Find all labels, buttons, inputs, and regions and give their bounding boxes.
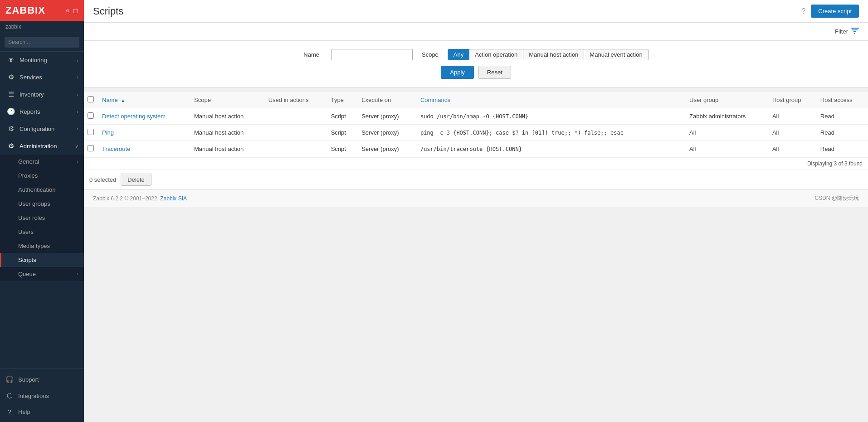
row-execute-on: Server (proxy) xyxy=(357,108,416,125)
submenu-item-authentication[interactable]: Authentication xyxy=(0,183,84,197)
sidebar-item-administration[interactable]: ⚙ Administration ∨ xyxy=(0,137,84,155)
row-used-in-actions xyxy=(264,141,327,157)
display-count-text: Displaying 3 of 3 found xyxy=(807,160,863,167)
company-link[interactable]: Zabbix SIA xyxy=(160,195,187,202)
select-all-checkbox[interactable] xyxy=(88,96,94,102)
row-checkbox[interactable] xyxy=(84,141,98,157)
script-name-link[interactable]: Ping xyxy=(102,129,114,136)
row-host-group: All xyxy=(768,141,816,157)
submenu-item-queue[interactable]: Queue › xyxy=(0,267,84,281)
delete-button[interactable]: Delete xyxy=(121,174,151,186)
sidebar-item-support[interactable]: 🎧 Support xyxy=(0,371,84,388)
selected-count: 0 selected xyxy=(89,176,116,183)
sidebar-logo[interactable]: ZABBIX xyxy=(5,5,45,16)
script-name-link[interactable]: Detect operating system xyxy=(102,113,166,120)
th-user-group: User group xyxy=(685,92,768,108)
chevron-right-icon: › xyxy=(77,126,78,131)
row-select-checkbox[interactable] xyxy=(88,112,94,119)
row-name: Ping xyxy=(98,125,190,141)
services-icon: ⚙ xyxy=(7,73,15,81)
help-question-icon[interactable]: ? xyxy=(801,7,805,15)
row-checkbox[interactable] xyxy=(84,108,98,125)
search-input[interactable] xyxy=(5,37,79,48)
reset-button[interactable]: Reset xyxy=(478,66,511,79)
scope-button-group: Any Action operation Manual host action … xyxy=(448,49,649,60)
scope-label: Scope xyxy=(422,51,439,58)
chevron-right-icon: › xyxy=(77,272,78,276)
filter-panel: Name Scope Any Action operation Manual h… xyxy=(84,41,868,87)
row-checkbox[interactable] xyxy=(84,125,98,141)
bottom-bar: Zabbix 6.2.2 © 2001–2022, Zabbix SIA CSD… xyxy=(84,189,868,207)
submenu-item-media-types[interactable]: Media types xyxy=(0,239,84,253)
sidebar-user: zabbix xyxy=(0,21,84,33)
sidebar-item-label: Support xyxy=(18,376,39,383)
topbar: Scripts ? Create script xyxy=(84,0,868,23)
row-host-group: All xyxy=(768,125,816,141)
submenu-item-user-roles[interactable]: User roles xyxy=(0,211,84,225)
th-commands[interactable]: Commands xyxy=(416,92,685,108)
th-name[interactable]: Name ▲ xyxy=(98,92,190,108)
page-title: Scripts xyxy=(93,5,123,17)
submenu-item-general[interactable]: General › xyxy=(0,155,84,169)
th-used-in-actions: Used in actions xyxy=(264,92,327,108)
sidebar-item-label: Help xyxy=(18,408,30,415)
create-script-button[interactable]: Create script xyxy=(811,5,859,18)
support-icon: 🎧 xyxy=(5,375,14,383)
integrations-icon: ⬡ xyxy=(5,392,14,400)
row-scope: Manual host action xyxy=(190,108,264,125)
sidebar: ZABBIX « ◻ zabbix 👁 Monitoring › ⚙ Servi… xyxy=(0,0,84,422)
chevron-right-icon: › xyxy=(77,92,78,97)
watermark: CSDN @随便玩玩 xyxy=(814,194,859,202)
scope-manual-host-button[interactable]: Manual host action xyxy=(523,49,584,60)
sidebar-item-services[interactable]: ⚙ Services › xyxy=(0,68,84,86)
script-name-link[interactable]: Traceroute xyxy=(102,146,130,152)
row-select-checkbox[interactable] xyxy=(88,129,94,135)
scope-manual-event-button[interactable]: Manual event action xyxy=(584,49,648,60)
sort-asc-icon: ▲ xyxy=(121,98,125,103)
submenu-label: User roles xyxy=(18,214,45,221)
row-user-group: Zabbix administrators xyxy=(685,108,768,125)
chevron-down-icon: ∨ xyxy=(75,143,78,149)
sidebar-item-label: Configuration xyxy=(20,126,54,132)
sidebar-item-label: Inventory xyxy=(20,91,44,98)
submenu-label: Users xyxy=(18,228,34,235)
th-type: Type xyxy=(327,92,357,108)
submenu-item-scripts[interactable]: Scripts xyxy=(0,253,84,267)
th-checkbox xyxy=(84,92,98,108)
sidebar-item-integrations[interactable]: ⬡ Integrations xyxy=(0,388,84,404)
sidebar-item-label: Reports xyxy=(20,108,40,115)
row-type: Script xyxy=(327,108,357,125)
scope-action-operation-button[interactable]: Action operation xyxy=(469,49,523,60)
sidebar-item-monitoring[interactable]: 👁 Monitoring › xyxy=(0,52,84,68)
sidebar-item-label: Integrations xyxy=(18,393,49,399)
scope-any-button[interactable]: Any xyxy=(448,49,469,60)
row-name: Traceroute xyxy=(98,141,190,157)
sidebar-bottom: 🎧 Support ⬡ Integrations ? Help xyxy=(0,369,84,422)
sidebar-item-inventory[interactable]: ☰ Inventory › xyxy=(0,86,84,103)
submenu-item-proxies[interactable]: Proxies xyxy=(0,169,84,183)
collapse-icon[interactable]: « xyxy=(66,7,69,14)
expand-icon[interactable]: ◻ xyxy=(73,7,78,14)
submenu-label: User groups xyxy=(18,200,50,207)
table-header-row: Name ▲ Scope Used in actions Type xyxy=(84,92,868,108)
submenu-label: Queue xyxy=(18,271,36,277)
sidebar-item-label: Administration xyxy=(20,143,57,150)
row-select-checkbox[interactable] xyxy=(88,145,94,151)
monitoring-icon: 👁 xyxy=(7,56,15,64)
content-area: Filter Name Scope Any Action operation M… xyxy=(84,23,868,422)
row-user-group: All xyxy=(685,141,768,157)
submenu-item-users[interactable]: Users xyxy=(0,225,84,239)
sidebar-item-reports[interactable]: 🕐 Reports › xyxy=(0,103,84,120)
sidebar-item-configuration[interactable]: ⚙ Configuration › xyxy=(0,120,84,137)
apply-button[interactable]: Apply xyxy=(441,66,474,79)
table-display-footer: Displaying 3 of 3 found xyxy=(84,157,868,170)
reports-icon: 🕐 xyxy=(7,107,15,116)
sidebar-collapse-icons[interactable]: « ◻ xyxy=(66,7,78,14)
sidebar-item-help[interactable]: ? Help xyxy=(0,404,84,420)
name-filter-input[interactable] xyxy=(331,49,413,60)
filter-icon[interactable] xyxy=(851,28,859,36)
configuration-icon: ⚙ xyxy=(7,125,15,133)
submenu-item-user-groups[interactable]: User groups xyxy=(0,197,84,211)
submenu-label: Scripts xyxy=(18,257,36,263)
row-type: Script xyxy=(327,125,357,141)
